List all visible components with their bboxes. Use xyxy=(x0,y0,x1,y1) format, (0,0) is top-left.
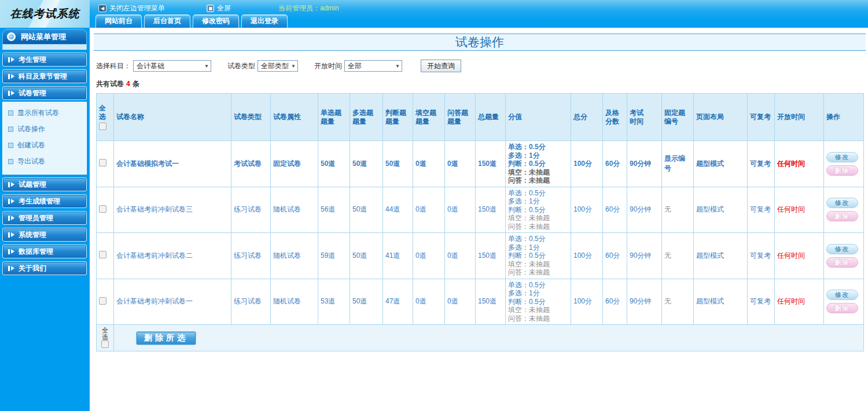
close-left-menu-label: 关闭左边管理菜单 xyxy=(109,3,165,13)
submenu-item-label: 试卷操作 xyxy=(17,124,45,134)
subject-select-value: 会计基础 xyxy=(137,61,164,71)
row-checkbox-cell xyxy=(97,187,114,233)
paper-type-cell: 练习试卷 xyxy=(231,279,271,325)
header-qa-count: 问答题 题量 xyxy=(445,94,476,141)
fixed-number-cell: 无 xyxy=(662,233,694,279)
chevron-down-icon: ▼ xyxy=(204,64,209,69)
score-line: 判断：0.5分 xyxy=(508,251,568,260)
edit-button[interactable]: 修改 xyxy=(826,152,858,162)
row-checkbox[interactable] xyxy=(99,297,106,305)
open-time-cell: 任何时间 xyxy=(775,187,824,233)
tab-change-password[interactable]: 修改密码 xyxy=(193,14,239,28)
score-line: 填空：未抽题 xyxy=(508,168,568,177)
blank-count-cell: 0道 xyxy=(413,233,445,279)
open-time-select[interactable]: 全部 ▼ xyxy=(344,60,402,72)
footer-select-all: 全选 xyxy=(97,325,114,351)
judge-count-cell: 44道 xyxy=(383,187,413,233)
open-time-cell: 任何时间 xyxy=(775,233,824,279)
tab-site-front[interactable]: 网站前台 xyxy=(95,14,142,28)
delete-selected-button[interactable]: 删除所选 xyxy=(136,331,196,345)
submenu-item-export-paper[interactable]: 导出试卷 xyxy=(3,153,86,169)
table-header-row: 全选 试卷名称 试卷类型 试卷属性 单选题 题量 多选题 题量 判断题 题量 填… xyxy=(97,94,864,141)
sidebar-item-about-us[interactable]: 关于我们 xyxy=(2,261,87,275)
delete-button[interactable]: 删除 xyxy=(826,257,858,268)
edit-button[interactable]: 修改 xyxy=(826,290,858,300)
score-line: 单选：0.5分 xyxy=(508,281,568,290)
subject-select[interactable]: 会计基础 ▼ xyxy=(133,60,211,72)
square-bullet-icon xyxy=(8,127,13,132)
subject-filter-label: 选择科目： xyxy=(96,61,131,71)
topbar-utility: ◀ 关闭左边管理菜单 全屏 当前管理员：admin xyxy=(98,3,339,13)
score-line: 单选：0.5分 xyxy=(508,235,568,243)
exam-time-cell: 90分钟 xyxy=(627,279,662,325)
score-line: 问答：未抽题 xyxy=(508,223,568,231)
header-retake: 可复考 xyxy=(748,94,775,141)
sidebar-item-score-mgmt[interactable]: 考生成绩管理 xyxy=(2,194,87,208)
paper-name-cell: 会计基础考前冲刺试卷二 xyxy=(114,233,231,279)
header-total-score: 总分 xyxy=(571,94,603,141)
submenu-item-paper-operations[interactable]: 试卷操作 xyxy=(3,121,86,137)
paper-count-prefix: 共有试卷 xyxy=(96,80,124,88)
filter-row: 选择科目： 会计基础 ▼ 试卷类型 全部类型 ▼ 开放时间 全部 ▼ 开始查询 xyxy=(96,60,868,72)
footer-select-all-checkbox[interactable] xyxy=(101,340,109,348)
submenu-item-show-all-papers[interactable]: 显示所有试卷 xyxy=(3,105,86,121)
score-line: 问答：未抽题 xyxy=(508,176,568,185)
submenu-item-create-paper[interactable]: 创建试卷 xyxy=(3,137,86,153)
sidebar-item-label: 考生成绩管理 xyxy=(19,197,60,206)
header-paper-attr: 试卷属性 xyxy=(271,94,318,141)
score-line: 填空：未抽题 xyxy=(508,260,568,269)
paper-type-cell: 练习试卷 xyxy=(231,187,271,233)
chevron-down-icon: ▼ xyxy=(291,64,296,69)
score-line: 多选：1分 xyxy=(508,243,568,252)
row-checkbox[interactable] xyxy=(99,159,106,166)
paper-count-suffix: 条 xyxy=(133,80,139,88)
blank-count-cell: 0道 xyxy=(413,141,445,187)
sidebar-item-label: 关于我们 xyxy=(19,264,46,273)
paper-table-row: 会计基础考前冲刺试卷一 练习试卷 随机试卷 53道 50道 47道 0道 0道 … xyxy=(97,279,864,325)
total-count-cell: 150道 xyxy=(476,141,506,187)
sidebar-item-examinee-mgmt[interactable]: 考生管理 xyxy=(2,53,87,66)
operations-cell: 修改 删除 xyxy=(824,279,864,325)
sidebar-item-subject-chapter-mgmt[interactable]: 科目及章节管理 xyxy=(2,69,87,83)
sidebar-item-question-mgmt[interactable]: 试题管理 xyxy=(2,177,87,191)
qa-count-cell: 0道 xyxy=(445,141,476,187)
total-score-cell: 100分 xyxy=(571,279,603,325)
delete-button[interactable]: 删除 xyxy=(826,165,858,176)
sidebar-item-database-mgmt[interactable]: 数据库管理 xyxy=(2,245,87,258)
top-bar: 在线考试系统 ◀ 关闭左边管理菜单 全屏 当前管理员：admin 网站前台 后台… xyxy=(0,0,868,28)
delete-button[interactable]: 删除 xyxy=(826,211,858,221)
edit-button[interactable]: 修改 xyxy=(826,198,858,208)
sidebar-item-system-mgmt[interactable]: 系统管理 xyxy=(2,228,87,242)
paper-type-select[interactable]: 全部类型 ▼ xyxy=(258,60,298,72)
select-all-checkbox[interactable] xyxy=(99,123,106,130)
paper-attr-cell: 随机试卷 xyxy=(271,279,318,325)
square-bullet-icon xyxy=(8,159,13,164)
paper-table-row: 会计基础考前冲刺试卷二 练习试卷 随机试卷 59道 50道 41道 0道 0道 … xyxy=(97,233,864,279)
edit-button[interactable]: 修改 xyxy=(826,244,858,254)
paper-type-cell: 练习试卷 xyxy=(231,233,271,279)
header-paper-type: 试卷类型 xyxy=(231,94,271,141)
single-count-cell: 53道 xyxy=(318,279,350,325)
pass-score-cell: 60分 xyxy=(603,279,627,325)
table-footer-row: 全选 删除所选 xyxy=(97,325,864,351)
footer-actions-cell: 删除所选 xyxy=(114,325,864,351)
tab-admin-home[interactable]: 后台首页 xyxy=(144,14,190,28)
footer-select-all-label: 全选 xyxy=(102,327,108,340)
open-time-filter-label: 开放时间 xyxy=(314,61,342,71)
fullscreen-link[interactable]: 全屏 xyxy=(207,3,231,13)
tab-logout[interactable]: 退出登录 xyxy=(241,14,288,28)
page-layout-cell: 题型模式 xyxy=(694,279,748,325)
start-query-button[interactable]: 开始查询 xyxy=(421,60,461,72)
main-content: 试卷操作 选择科目： 会计基础 ▼ 试卷类型 全部类型 ▼ 开放时间 全部 ▼ … xyxy=(90,28,868,411)
row-checkbox[interactable] xyxy=(99,251,106,258)
sidebar-item-admin-mgmt[interactable]: 管理员管理 xyxy=(2,211,87,225)
row-checkbox[interactable] xyxy=(99,205,106,213)
header-multi-count: 多选题 题量 xyxy=(350,94,383,141)
close-left-menu-link[interactable]: ◀ 关闭左边管理菜单 xyxy=(98,3,165,13)
judge-count-cell: 47道 xyxy=(383,279,413,325)
paper-count: 共有试卷4条 xyxy=(96,79,868,89)
score-line: 单选：0.5分 xyxy=(508,143,568,151)
sidebar-item-paper-mgmt[interactable]: 试卷管理 xyxy=(2,86,87,100)
retake-cell: 可复考 xyxy=(748,279,775,325)
delete-button[interactable]: 删除 xyxy=(826,303,858,313)
